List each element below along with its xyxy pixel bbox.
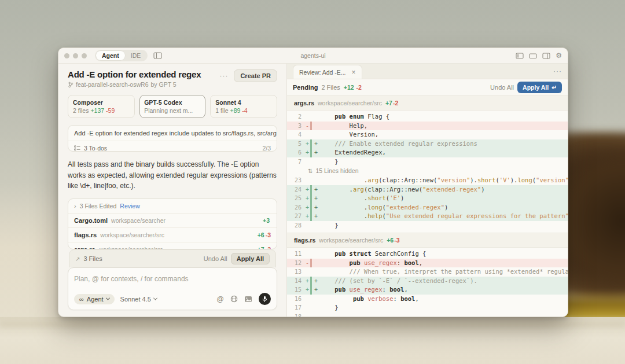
additions: +137	[90, 107, 104, 114]
settings-gear-icon[interactable]: ⚙	[556, 52, 562, 59]
todo-count: 3 To-dos	[84, 145, 107, 152]
file-path: workspace/searcher/src	[100, 231, 164, 238]
files-edited-header[interactable]: › 3 Files Edited Review	[68, 199, 277, 213]
additions: +89	[230, 107, 241, 114]
code-line: 15++ pub use_regex: bool,	[287, 285, 568, 295]
code-line: 25++ .short('E')	[287, 194, 568, 203]
agent-mode-dropdown[interactable]: ∞ Agent	[74, 294, 115, 304]
deletions: -59	[106, 107, 115, 114]
task-card[interactable]: Add -E option for extended regex include…	[68, 125, 277, 152]
globe-icon[interactable]	[230, 295, 238, 303]
more-options-icon[interactable]: ···	[219, 72, 228, 80]
code-line: 18	[287, 312, 568, 318]
minimize-window-button[interactable]	[73, 53, 78, 58]
file-name: flags.rs	[74, 231, 97, 238]
files-count: 3 Files	[83, 255, 102, 262]
chevron-down-icon	[153, 296, 157, 300]
tabstrip-more-icon[interactable]: ···	[553, 67, 562, 75]
diff-file-header[interactable]: args.rsworkspace/searcher/src+7-2	[287, 96, 568, 111]
hidden-lines-toggle[interactable]: ⇅15 Lines hidden	[287, 166, 568, 176]
code-line: 16 pub verbose: bool,	[287, 295, 568, 304]
file-row-flags-rs[interactable]: flags.rs workspace/searcher/src +6-3	[68, 227, 277, 242]
panel-right-icon[interactable]	[542, 53, 550, 59]
close-window-button[interactable]	[64, 53, 69, 58]
tab-ide[interactable]: IDE	[125, 51, 147, 60]
file-row-args-rs[interactable]: args.rs workspace/searcher/src +7-2	[68, 242, 277, 249]
additions: +3	[263, 217, 270, 224]
deletions: -2	[356, 84, 362, 91]
review-link[interactable]: Review	[120, 203, 139, 209]
review-panel: Review: Add -E... × ··· Pending 2 Files …	[287, 64, 568, 317]
code-line: 24++ .arg(clap::Arg::new("extended-regex…	[287, 185, 568, 194]
code-line: 13 /// When true, interpret the pattern …	[287, 267, 568, 277]
branch-name: feat-parallel-search-oswR6	[76, 81, 148, 88]
model-files: 2 files	[73, 107, 89, 114]
code-line: 27++ .help("Use extended regular express…	[287, 212, 568, 221]
editor-tabstrip: Review: Add -E... × ···	[287, 64, 568, 79]
code-line: 23 .arg(clap::Arg::new("version").short(…	[287, 176, 568, 185]
panel-left-icon[interactable]	[516, 53, 524, 59]
model-card-composer[interactable]: Composer 2 files +137-59	[68, 95, 135, 118]
code-line: 5++ /// Enable extended regular expressi…	[287, 139, 568, 149]
code-line: 7 }	[287, 157, 568, 167]
panel-bottom-icon[interactable]	[529, 53, 537, 59]
diff-code: 11 pub struct SearchConfig {12- pub use_…	[287, 248, 568, 317]
model-card-sonnet4[interactable]: Sonnet 4 1 file +89-4	[210, 95, 277, 118]
create-pr-button[interactable]: Create PR	[234, 69, 277, 82]
code-line: 12- pub use_regex: bool,	[287, 259, 568, 268]
apply-all-button[interactable]: Apply All	[231, 253, 270, 264]
branch-author: by GPT 5	[150, 81, 176, 88]
code-line: 3- Help,	[287, 122, 568, 131]
deletions: -3	[266, 231, 271, 238]
file-path: workspace/searcher	[111, 217, 166, 224]
infinity-icon: ∞	[79, 296, 84, 303]
undo-all-button[interactable]: Undo All	[490, 84, 514, 91]
review-tab-label: Review: Add -E...	[299, 69, 346, 76]
model-status: Planning next m...	[144, 107, 193, 114]
tab-agent[interactable]: Agent	[96, 51, 125, 60]
diff-file-header[interactable]: flags.rsworkspace/searcher/src+6-3	[287, 233, 568, 248]
app-window: Agent IDE agents-ui ⚙ Add -E option for	[58, 47, 568, 317]
model-name: Sonnet 4	[215, 99, 272, 106]
microphone-button[interactable]	[259, 293, 271, 305]
code-line: 28 }	[287, 221, 568, 230]
apply-all-label: Apply All	[523, 84, 549, 91]
file-row-cargo-toml[interactable]: Cargo.toml workspace/searcher +3	[68, 213, 277, 227]
additions: +6	[258, 231, 264, 238]
diff-section: args.rsworkspace/searcher/src+7-22 pub e…	[287, 96, 568, 233]
titlebar: Agent IDE agents-ui ⚙	[58, 48, 568, 64]
model-card-gpt5-codex[interactable]: GPT-5 Codex Planning next m...	[139, 95, 206, 118]
review-tab[interactable]: Review: Add -E... ×	[293, 65, 362, 79]
mention-icon[interactable]: @	[216, 295, 224, 303]
chevron-down-icon	[106, 296, 110, 300]
apply-all-button[interactable]: Apply All ↵	[517, 82, 562, 93]
window-controls[interactable]	[64, 53, 87, 58]
undo-all-button[interactable]: Undo All	[204, 255, 227, 262]
git-branch-icon	[68, 82, 73, 88]
todo-progress: 2/3	[262, 145, 271, 152]
mode-switcher: Agent IDE	[95, 50, 148, 61]
diff-section: flags.rsworkspace/searcher/src+6-311 pub…	[287, 233, 568, 317]
diff-code: 2 pub enum Flag {3- Help,4 Version,5++ /…	[287, 111, 568, 233]
composer-input[interactable]	[74, 275, 271, 283]
image-icon[interactable]	[244, 296, 252, 303]
pending-files-bar: ↗ 3 Files Undo All Apply All	[69, 249, 276, 267]
maximize-window-button[interactable]	[82, 53, 87, 58]
code-line: 17 }	[287, 303, 568, 312]
model-dropdown[interactable]: Sonnet 4.5	[120, 296, 157, 303]
code-line: 2 pub enum Flag {	[287, 112, 568, 122]
code-line: 14++ /// (set by `-E` / `--extended-rege…	[287, 277, 568, 286]
model-files: 1 file	[215, 107, 228, 114]
arrow-up-right-icon: ↗	[75, 256, 80, 262]
painting-sand-band	[0, 322, 625, 327]
composer: ∞ Agent Sonnet 4.5 @	[68, 267, 277, 310]
sidebar-toggle-icon[interactable]	[153, 52, 162, 59]
close-icon[interactable]: ×	[352, 69, 356, 76]
model-name: GPT-5 Codex	[144, 99, 201, 106]
return-key-icon: ↵	[552, 84, 557, 91]
deletions: -4	[242, 107, 247, 114]
chevron-right-icon: ›	[74, 203, 76, 209]
files-edited-label: 3 Files Edited	[80, 203, 117, 209]
model-label: Sonnet 4.5	[120, 296, 151, 303]
model-cards: Composer 2 files +137-59 GPT-5 Codex Pla…	[68, 95, 277, 118]
